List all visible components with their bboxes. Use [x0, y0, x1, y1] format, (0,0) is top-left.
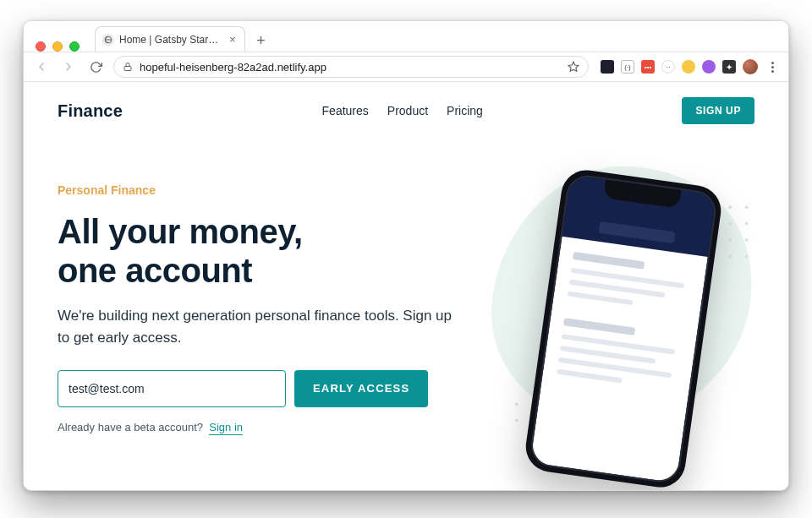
- extensions-menu-icon[interactable]: [722, 60, 736, 74]
- svg-point-16: [745, 238, 749, 242]
- svg-rect-1: [124, 67, 131, 71]
- page-content: Finance Features Product Pricing SIGN UP…: [24, 82, 788, 490]
- address-bar[interactable]: hopeful-heisenberg-82a2ad.netlify.app: [113, 56, 589, 78]
- hero-section: Personal Finance All your money, one acc…: [24, 133, 788, 433]
- svg-point-12: [745, 205, 749, 209]
- svg-point-14: [745, 222, 749, 226]
- nav-link-pricing[interactable]: Pricing: [447, 104, 483, 117]
- close-window-button[interactable]: [36, 41, 46, 52]
- tab-title: Home | Gatsby Starter SaaS M: [119, 34, 221, 46]
- svg-point-3: [515, 402, 518, 406]
- extension-icon[interactable]: [682, 60, 695, 74]
- headline-line-1: All your money,: [58, 213, 303, 250]
- tab-close-button[interactable]: ×: [229, 34, 236, 45]
- svg-point-13: [728, 222, 732, 226]
- extension-icon[interactable]: [601, 60, 614, 74]
- window-controls: [24, 33, 90, 52]
- forward-button[interactable]: [59, 57, 78, 76]
- svg-point-11: [728, 205, 732, 209]
- nav-link-features[interactable]: Features: [322, 104, 369, 117]
- url-text: hopeful-heisenberg-82a2ad.netlify.app: [140, 61, 561, 74]
- site-header: Finance Features Product Pricing SIGN UP: [24, 82, 788, 133]
- browser-tab-active[interactable]: Home | Gatsby Starter SaaS M ×: [95, 26, 245, 52]
- nav-link-product[interactable]: Product: [387, 104, 428, 117]
- extension-icon[interactable]: [661, 60, 675, 74]
- phone-app-body: [530, 237, 708, 483]
- hero-copy: Personal Finance All your money, one acc…: [58, 183, 497, 433]
- hero-subhead: We're building next generation personal …: [58, 305, 464, 350]
- lock-icon: [123, 62, 133, 72]
- hero-illustration: [514, 183, 754, 433]
- maximize-window-button[interactable]: [69, 41, 80, 52]
- extension-icon[interactable]: [702, 60, 716, 74]
- browser-toolbar: hopeful-heisenberg-82a2ad.netlify.app: [24, 52, 788, 82]
- hero-eyebrow: Personal Finance: [58, 183, 497, 197]
- beta-prompt-text: Already have a beta account?: [58, 421, 203, 433]
- new-tab-button[interactable]: +: [250, 30, 272, 52]
- signup-button[interactable]: SIGN UP: [682, 97, 754, 124]
- beta-prompt: Already have a beta account? Sign in: [58, 421, 497, 433]
- primary-nav: Features Product Pricing: [322, 104, 483, 117]
- svg-point-7: [515, 419, 518, 423]
- minimize-window-button[interactable]: [52, 41, 63, 52]
- browser-menu-button[interactable]: [765, 59, 780, 74]
- profile-avatar[interactable]: [743, 59, 758, 74]
- svg-point-17: [728, 255, 732, 259]
- svg-point-18: [745, 255, 749, 259]
- extension-icon[interactable]: [641, 60, 655, 74]
- back-button[interactable]: [32, 57, 51, 76]
- tab-strip: Home | Gatsby Starter SaaS M × +: [95, 26, 272, 52]
- titlebar: Home | Gatsby Starter SaaS M × +: [24, 21, 788, 52]
- signin-link[interactable]: Sign in: [209, 421, 243, 435]
- cta-row: EARLY ACCESS: [58, 370, 497, 407]
- bookmark-icon[interactable]: [568, 61, 579, 73]
- extension-icons: [597, 59, 780, 74]
- svg-point-15: [728, 238, 732, 242]
- email-input[interactable]: [58, 370, 286, 407]
- reload-button[interactable]: [86, 57, 105, 76]
- hero-headline: All your money, one account: [58, 212, 497, 290]
- site-logo[interactable]: Finance: [58, 101, 123, 121]
- favicon-icon: [102, 34, 114, 46]
- browser-window: Home | Gatsby Starter SaaS M × + hope: [23, 20, 789, 491]
- svg-marker-2: [568, 62, 579, 71]
- headline-line-2: one account: [58, 252, 252, 289]
- extension-icon[interactable]: [621, 60, 634, 74]
- early-access-button[interactable]: EARLY ACCESS: [294, 370, 428, 407]
